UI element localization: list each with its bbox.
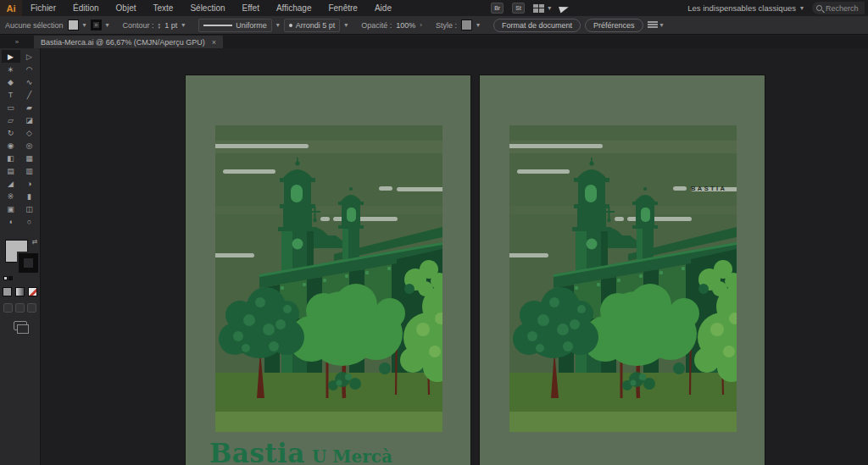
menu-objet[interactable]: Objet: [108, 0, 145, 16]
menu-texte[interactable]: Texte: [145, 0, 182, 16]
tool-blend[interactable]: ◑: [20, 177, 39, 190]
tool-hand[interactable]: ◖: [2, 215, 20, 228]
menu-edition[interactable]: Édition: [64, 0, 108, 16]
chevron-down-icon: ▾: [548, 4, 551, 12]
tool-rotate[interactable]: ↻: [2, 126, 20, 139]
style-swatch[interactable]: [461, 19, 472, 30]
tool-slice[interactable]: ◫: [20, 202, 39, 215]
close-icon[interactable]: ×: [212, 38, 216, 47]
artboard-2[interactable]: BASTIA: [479, 75, 765, 465]
style-label: Style :: [436, 21, 457, 30]
collapse-panel-icon[interactable]: »: [0, 38, 34, 46]
menu-aide[interactable]: Aide: [366, 0, 400, 16]
chevron-down-icon: ▾: [660, 21, 664, 29]
menu-affichage[interactable]: Affichage: [268, 0, 320, 16]
tool-mesh[interactable]: ▤: [2, 164, 20, 177]
tool-symbol-sprayer[interactable]: ※: [2, 190, 20, 202]
none-button[interactable]: [28, 287, 37, 296]
chevron-down-icon: ▾: [83, 21, 86, 29]
tool-zoom[interactable]: ○: [20, 215, 39, 228]
search-input[interactable]: Recherch: [812, 2, 865, 14]
poster-corner-label[interactable]: BASTIA: [691, 185, 726, 192]
preferences-button[interactable]: Préférences: [585, 19, 643, 32]
tool-column-graph[interactable]: ▮: [20, 190, 39, 202]
menu-fenetre[interactable]: Fenêtre: [320, 0, 365, 16]
tool-eyedropper[interactable]: ◢: [2, 177, 20, 190]
screen-mode-button[interactable]: [14, 321, 27, 330]
illustrator-window: Ai Fichier Édition Objet Texte Sélection…: [0, 0, 868, 465]
chevron-down-icon: ▾: [276, 21, 280, 29]
document-tab[interactable]: Bastia-Merca.ai @ 66,67% (CMJN/Aperçu GP…: [34, 36, 223, 48]
tool-shape-builder[interactable]: ◧: [2, 152, 20, 164]
tool-gradient[interactable]: ▥: [20, 164, 39, 177]
stroke-profile-preview: [203, 25, 232, 26]
tool-lasso[interactable]: ◠: [20, 63, 39, 75]
fill-color-swatch[interactable]: [68, 19, 79, 30]
stroke-profile-dropdown[interactable]: Uniforme: [198, 19, 272, 32]
poster-illustration[interactable]: [509, 125, 737, 432]
menu-bar: Ai Fichier Édition Objet Texte Sélection…: [0, 0, 868, 16]
draw-behind-button[interactable]: [15, 303, 25, 313]
align-options-icon: [648, 21, 658, 30]
document-tab-bar: » Bastia-Merca.ai @ 66,67% (CMJN/Aperçu …: [0, 36, 868, 48]
opacity-value[interactable]: 100%: [396, 21, 415, 30]
tool-eraser[interactable]: ◪: [20, 113, 39, 126]
document-tab-title: Bastia-Merca.ai @ 66,67% (CMJN/Aperçu GP…: [41, 38, 205, 47]
color-mode-row: [3, 287, 37, 296]
brush-preview-icon: [289, 24, 292, 27]
artboard-1[interactable]: BastiaU Mercà: [185, 75, 471, 465]
stroke-weight-label: Contour :: [123, 21, 154, 30]
poster-illustration[interactable]: [215, 125, 442, 432]
default-fill-stroke-icon[interactable]: [3, 276, 13, 280]
fill-stroke-indicator[interactable]: ⇄: [2, 238, 39, 282]
tool-curvature[interactable]: ∿: [20, 75, 39, 88]
search-icon: [816, 5, 822, 11]
tool-selection[interactable]: ▶: [2, 50, 20, 63]
document-setup-button[interactable]: Format de document: [493, 19, 581, 32]
tool-type[interactable]: T: [2, 88, 20, 101]
brush-dropdown[interactable]: Arrondi 5 pt: [284, 19, 341, 32]
tool-free-transform[interactable]: ◇: [20, 126, 39, 139]
draw-inside-button[interactable]: [27, 303, 36, 313]
arrange-documents-icon: [533, 4, 545, 13]
canvas[interactable]: BastiaU Mercà BASTIA: [41, 48, 868, 465]
draw-normal-button[interactable]: [3, 303, 13, 313]
arrange-documents-button[interactable]: ▾: [533, 4, 551, 13]
menu-selection[interactable]: Sélection: [181, 0, 233, 16]
tool-pen[interactable]: ◆: [2, 75, 20, 88]
tools-grid: ▶▷∗◠◆∿T╱▭▰▱◪↻◇◉◎◧▦▤▥◢◑※▮▣◫◖○: [2, 50, 39, 228]
tool-artboard[interactable]: ▣: [2, 202, 20, 215]
tool-rectangle[interactable]: ▭: [2, 101, 20, 113]
search-placeholder: Recherch: [826, 4, 859, 13]
tool-line-segment[interactable]: ╱: [20, 88, 39, 101]
workspace-switcher[interactable]: Les indispensables classiques ▾: [687, 3, 804, 13]
menu-fichier[interactable]: Fichier: [22, 0, 64, 16]
selection-status-label: Aucune sélection: [5, 21, 64, 30]
swap-fill-stroke-icon[interactable]: ⇄: [32, 238, 38, 246]
chevron-right-icon[interactable]: ›: [420, 21, 422, 29]
menu-effet[interactable]: Effet: [234, 0, 268, 16]
gradient-button[interactable]: [15, 287, 25, 296]
stock-button[interactable]: St: [512, 3, 525, 14]
bridge-button[interactable]: Br: [491, 3, 504, 14]
tool-paintbrush[interactable]: ▰: [20, 101, 39, 113]
chevron-down-icon: ▾: [800, 4, 804, 12]
tool-puppet-warp[interactable]: ◎: [20, 139, 39, 152]
stroke-weight-value[interactable]: 1 pt: [164, 21, 177, 30]
align-options-button[interactable]: ▾: [648, 21, 664, 30]
tool-direct-selection[interactable]: ▷: [20, 50, 39, 63]
stroke-proxy[interactable]: [17, 252, 40, 274]
tool-magic-wand[interactable]: ∗: [2, 63, 20, 75]
poster-title[interactable]: BastiaU Mercà: [209, 438, 392, 465]
tool-pencil[interactable]: ▱: [2, 113, 20, 126]
control-bar: Aucune sélection ▾ ▾ Contour : ▴ ▾ 1 pt …: [0, 16, 868, 35]
opacity-label: Opacité :: [361, 21, 392, 30]
tool-width[interactable]: ◉: [2, 139, 20, 152]
stroke-color-swatch[interactable]: [91, 19, 102, 30]
color-button[interactable]: [3, 287, 12, 296]
share-icon[interactable]: [559, 3, 570, 13]
stroke-weight-stepper[interactable]: ▴ ▾: [159, 22, 161, 29]
tool-perspective-grid[interactable]: ▦: [20, 152, 39, 164]
poster-title-sub: U Mercà: [312, 446, 392, 465]
poster-title-main: Bastia: [209, 438, 305, 465]
